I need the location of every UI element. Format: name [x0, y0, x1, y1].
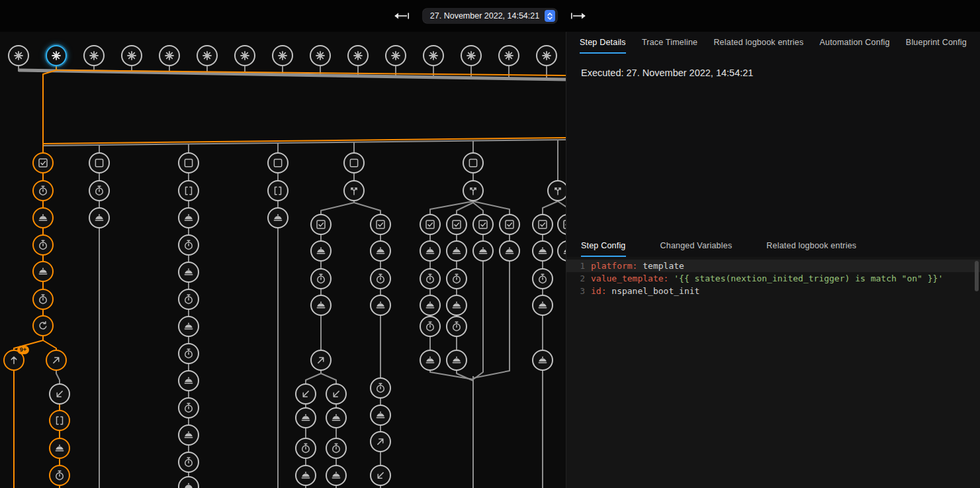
run-date-select[interactable]: 27. November 2022, 14:54:21 — [423, 9, 557, 23]
trace-node-choose[interactable] — [343, 180, 365, 201]
trace-node-delay[interactable] — [370, 268, 391, 289]
trace-node-trigger[interactable] — [234, 45, 255, 66]
trace-node-ne[interactable] — [370, 431, 391, 452]
trace-node-service[interactable] — [295, 465, 316, 486]
trace-node-sw[interactable] — [49, 383, 70, 405]
trace-node-delay[interactable] — [178, 234, 199, 256]
trace-node-condition[interactable] — [472, 214, 494, 235]
trace-node-delay[interactable] — [32, 234, 54, 256]
trace-node-condition[interactable] — [310, 214, 332, 235]
tab-related-logbook-entries[interactable]: Related logbook entries — [713, 32, 803, 54]
trace-node-service[interactable] — [472, 240, 494, 262]
tab-step-details[interactable]: Step Details — [580, 32, 626, 54]
trace-node-service[interactable] — [178, 262, 199, 283]
trace-node-delay[interactable] — [178, 452, 199, 473]
trace-node-delay[interactable] — [32, 289, 54, 310]
trace-node-delay[interactable] — [178, 289, 199, 310]
code-line-2[interactable]: 2value_template: '{{ states(nextion_init… — [566, 272, 980, 285]
trace-node-trigger[interactable] — [461, 45, 482, 66]
trace-node-service[interactable] — [326, 465, 347, 486]
trace-node-trigger[interactable] — [46, 45, 67, 66]
trace-node-condition[interactable] — [370, 214, 391, 235]
trace-node-service[interactable] — [295, 407, 316, 428]
trace-node-service[interactable] — [178, 424, 199, 446]
trace-node-trigger[interactable] — [347, 45, 369, 66]
trace-node-choose[interactable] — [547, 180, 566, 201]
trace-node-trigger[interactable] — [536, 45, 557, 66]
trace-node-delay[interactable] — [310, 268, 332, 289]
trace-node-delay[interactable] — [370, 377, 391, 399]
trace-node-blank[interactable] — [89, 152, 110, 173]
trace-node-condition[interactable] — [32, 152, 54, 173]
trace-node-trigger[interactable] — [197, 45, 218, 66]
scrollbar-thumb[interactable] — [975, 261, 979, 291]
trace-node-service[interactable] — [89, 207, 110, 228]
trace-node-service[interactable] — [446, 240, 467, 262]
trace-node-service[interactable] — [420, 240, 441, 262]
trace-node-delay[interactable] — [178, 397, 199, 418]
trace-node-delay[interactable] — [446, 268, 467, 289]
trace-node-service[interactable] — [420, 295, 441, 316]
trace-node-service[interactable] — [532, 295, 553, 316]
trace-node-delay[interactable] — [49, 465, 70, 486]
trace-node-condition[interactable] — [446, 214, 467, 235]
trace-node-trigger[interactable] — [272, 45, 293, 66]
trace-node-ne[interactable] — [310, 350, 332, 371]
trace-node-service[interactable] — [310, 295, 332, 316]
trace-node-service[interactable] — [32, 207, 54, 228]
tab-changed-variables[interactable]: Changed Variables — [660, 235, 733, 257]
tab-blueprint-config[interactable]: Blueprint Config — [906, 32, 967, 54]
trace-node-blank[interactable] — [267, 152, 289, 173]
trace-node-service[interactable] — [532, 350, 553, 371]
trace-node-service[interactable] — [420, 350, 441, 371]
tab-trace-timeline[interactable]: Trace Timeline — [642, 32, 697, 54]
trace-node-delay[interactable] — [32, 180, 54, 201]
trace-node-trigger[interactable] — [83, 45, 105, 66]
trace-node-condition[interactable] — [420, 214, 441, 235]
trace-node-sw[interactable] — [295, 383, 316, 405]
trace-node-service[interactable] — [446, 295, 467, 316]
trace-node-blank[interactable] — [343, 152, 365, 173]
trace-node-trigger[interactable] — [385, 45, 406, 66]
trace-node-delay[interactable] — [295, 438, 316, 459]
trace-node-service[interactable] — [370, 405, 391, 426]
code-line-1[interactable]: 1platform: template — [566, 260, 980, 272]
trace-node-delay[interactable] — [89, 180, 110, 201]
trace-node-delay[interactable] — [532, 268, 553, 289]
trace-node-trigger[interactable] — [498, 45, 519, 66]
tab-step-config[interactable]: Step Config — [581, 235, 626, 257]
trace-node-sw[interactable] — [326, 383, 347, 405]
trace-node-service[interactable] — [310, 240, 332, 262]
trace-node-service[interactable] — [178, 207, 199, 228]
trace-node-delay[interactable] — [420, 316, 441, 337]
tab-related-logbook-entries[interactable]: Related logbook entries — [766, 235, 856, 257]
trace-node-service[interactable] — [532, 240, 553, 262]
trace-node-service[interactable] — [370, 295, 391, 316]
trace-node-delay[interactable] — [178, 343, 199, 364]
trace-node-choose[interactable] — [463, 180, 484, 201]
next-run-button[interactable] — [568, 9, 590, 23]
tab-automation-config[interactable]: Automation Config — [819, 32, 889, 54]
trace-node-trigger[interactable] — [423, 45, 444, 66]
previous-run-button[interactable] — [390, 9, 412, 23]
trace-node-trigger[interactable] — [310, 45, 331, 66]
trace-node-repeat[interactable] — [32, 315, 54, 336]
trace-node-service[interactable] — [49, 438, 70, 459]
trace-node-blank[interactable] — [178, 152, 199, 173]
trace-node-ne[interactable] — [46, 350, 67, 371]
trace-node-template[interactable] — [178, 180, 199, 201]
trace-node-service[interactable] — [326, 407, 347, 428]
trace-node-service[interactable] — [446, 350, 467, 371]
trace-node-trigger[interactable] — [159, 45, 180, 66]
trace-node-service[interactable] — [267, 207, 289, 228]
step-config-editor[interactable]: 1platform: template2value_template: '{{ … — [566, 257, 980, 488]
trace-node-sw[interactable] — [370, 465, 391, 486]
trace-node-delay[interactable] — [326, 438, 347, 459]
trace-node-template[interactable] — [49, 410, 70, 431]
trace-node-trigger[interactable] — [8, 45, 29, 66]
trace-node-up[interactable]: 9+ — [3, 350, 24, 371]
trace-node-service[interactable] — [32, 261, 54, 282]
trace-node-template[interactable] — [267, 180, 289, 201]
trace-node-condition[interactable] — [499, 214, 520, 235]
trace-node-service[interactable] — [178, 316, 199, 337]
